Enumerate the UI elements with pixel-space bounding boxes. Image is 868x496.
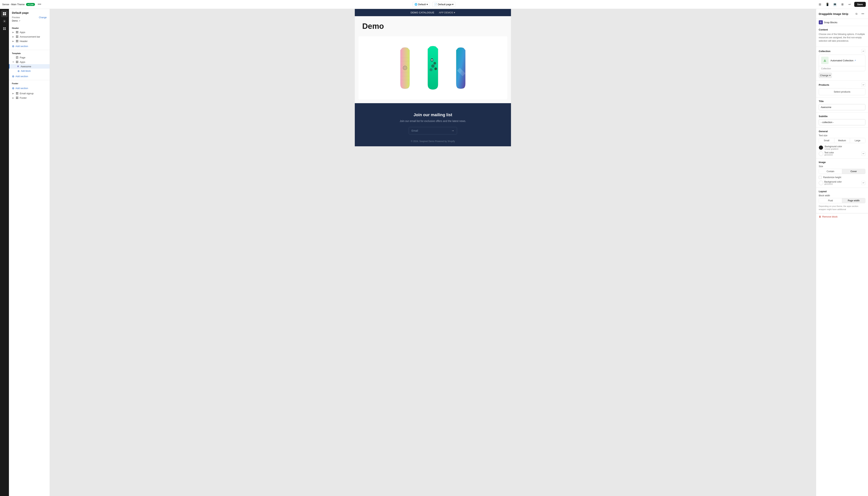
sidebar-item-page[interactable]: Page <box>9 55 50 60</box>
size-group: Contain Cover <box>819 169 865 174</box>
page-icon <box>16 56 19 59</box>
app-block-icon: A <box>17 65 19 68</box>
select-products-button[interactable]: Select products <box>819 88 865 95</box>
bg-color2-info: Background color #FFFFFF <box>824 180 860 185</box>
nav-demo-catalogue[interactable]: DEMO CATALOGUE <box>410 11 434 14</box>
main-layout: Default page Preview Change Demo ↗ Heade… <box>0 9 868 496</box>
svg-text:SHOPFY: SHOPFY <box>471 62 472 79</box>
svg-rect-35 <box>16 98 17 99</box>
svg-rect-30 <box>17 92 18 93</box>
default-page-label: Default page <box>438 3 452 6</box>
nav-app-demos-dropdown[interactable]: APP DEMOS ▾ <box>439 11 455 14</box>
svg-rect-16 <box>17 37 18 38</box>
remove-block-label: Remove block <box>822 215 837 218</box>
collection-change-button[interactable]: Change ▾ <box>819 73 832 78</box>
text-color-swatch[interactable] <box>819 152 823 156</box>
size-contain-button[interactable]: Contain <box>819 169 842 174</box>
add-section-label: Add section <box>15 45 28 48</box>
sidebar-item-footer[interactable]: ▶ Footer <box>9 96 50 100</box>
text-color-row: Text color #FFFFFF ↩ <box>819 151 865 156</box>
remove-block-button[interactable]: 🗑 Remove block <box>816 213 868 220</box>
sidebar-item-awesome[interactable]: A Awesome <box>9 64 50 68</box>
mobile-button[interactable]: 📱 <box>824 1 831 7</box>
svg-rect-18 <box>17 40 18 41</box>
canvas-wrapper: DEMO CATALOGUE APP DEMOS ▾ Demo <box>50 9 816 496</box>
topbar: Sense - Main Theme ● Live ••• 🌐 Default … <box>0 0 868 9</box>
bg-color2-value: #FFFFFF <box>824 183 860 185</box>
collection-restore-button[interactable]: ↩ <box>861 49 865 53</box>
preview-row: Preview Change <box>12 16 47 19</box>
randomize-checkbox[interactable] <box>819 176 822 179</box>
svg-rect-33 <box>16 97 17 98</box>
bg-color2-swatch[interactable] <box>819 181 823 185</box>
select-products-label: Select products <box>834 90 851 93</box>
email-submit-button[interactable]: → <box>449 127 457 134</box>
subtitle-input[interactable] <box>819 119 865 125</box>
tablet-button[interactable]: 💻 <box>832 1 838 7</box>
sidebar-item-apps[interactable]: ▶ Apps ⚙ <box>9 30 50 34</box>
add-section-header-button[interactable]: ⊕ Add section <box>9 43 50 49</box>
sidebar-item-apps-sub[interactable]: ▼ Apps <box>9 60 50 64</box>
collection-title: Collection <box>819 50 831 52</box>
topbar-center: 🌐 Default ▾ 📄 Default page ▾ <box>291 2 577 7</box>
text-color-restore-button[interactable]: ↩ <box>861 152 865 156</box>
chevron-down-icon3: ▼ <box>12 61 15 63</box>
email-input[interactable] <box>409 127 449 134</box>
sidebar-icon-sections[interactable] <box>1 11 8 17</box>
add-section-template-button[interactable]: ⊕ Add section <box>9 74 50 79</box>
bw-fluid-button[interactable]: Fluid <box>819 198 842 203</box>
sidebar-item-email-signup[interactable]: ▶ Email signup <box>9 91 50 96</box>
subtitle-section: Subtitle <box>816 113 868 128</box>
undo-button[interactable]: ↩ <box>847 1 853 7</box>
chevron-down-icon4: ▾ <box>829 74 831 77</box>
default-dropdown[interactable]: 🌐 Default ▾ <box>413 2 430 7</box>
devices-button[interactable]: ⊞ <box>817 1 823 7</box>
add-block-button[interactable]: ⊕ Add block <box>9 68 50 74</box>
change-link[interactable]: Change <box>39 16 47 19</box>
sidebar-item-header[interactable]: ▶ Header <box>9 39 50 43</box>
text-size-large-button[interactable]: Large <box>850 138 865 143</box>
size-cover-button[interactable]: Cover <box>842 169 865 174</box>
collection-label: Collection <box>819 66 865 71</box>
icon-sidebar <box>0 9 9 496</box>
rp-title: Draggable Image Strip <box>819 12 848 15</box>
bw-page-button[interactable]: Page width <box>842 198 865 203</box>
topbar-more-button[interactable]: ••• <box>36 1 42 7</box>
sidebar-item-announcement[interactable]: ▶ Announcement bar <box>9 34 50 39</box>
default-page-dropdown[interactable]: 📄 Default page ▾ <box>432 2 456 7</box>
svg-point-50 <box>431 64 435 68</box>
grid-icon2 <box>16 35 19 38</box>
svg-rect-9 <box>16 31 17 32</box>
add-section-footer-button[interactable]: ⊕ Add section <box>9 85 50 91</box>
bg-color-swatch[interactable] <box>819 145 823 150</box>
bg-color-info: Background color Linear gradient <box>825 145 842 150</box>
demo-link[interactable]: Demo ↗ <box>12 19 47 22</box>
canvas-footer: Join our mailing list Join our email lis… <box>355 103 511 146</box>
text-size-small-button[interactable]: Small <box>819 138 834 143</box>
svg-rect-28 <box>17 62 18 63</box>
chevron-icon3: ▶ <box>12 40 15 42</box>
collection-card-top: Automated Collection ↗ <box>819 55 865 66</box>
title-input[interactable] <box>819 104 865 110</box>
svg-point-45 <box>404 67 405 68</box>
image-title: Image <box>819 161 865 164</box>
collection-section: Collection ↩ Automated Collection ↗ <box>816 47 868 80</box>
sidebar-icon-settings[interactable] <box>1 18 8 25</box>
snap-name: Snap Blocks <box>824 21 837 24</box>
grid-icon3 <box>16 40 19 43</box>
file-icon: 📄 <box>434 3 437 6</box>
layout-title: Layout <box>819 190 865 193</box>
bg-color2-restore-button[interactable]: ↩ <box>861 181 865 185</box>
layout-note: Depending on your theme, the apps sectio… <box>819 205 865 211</box>
svg-point-48 <box>431 59 433 60</box>
save-button[interactable]: Save <box>854 2 866 7</box>
sidebar-icon-apps[interactable] <box>1 25 8 32</box>
svg-rect-12 <box>17 32 18 33</box>
sidebar-page-label: Page <box>20 56 47 59</box>
products-restore-button[interactable]: ↩ <box>861 83 865 87</box>
rp-copy-button[interactable]: ⧉ <box>854 11 859 16</box>
svg-rect-34 <box>17 97 18 98</box>
desktop-button[interactable]: 🖥 <box>839 1 845 7</box>
text-size-medium-button[interactable]: Medium <box>834 138 850 143</box>
rp-more-button[interactable]: ••• <box>860 11 865 16</box>
